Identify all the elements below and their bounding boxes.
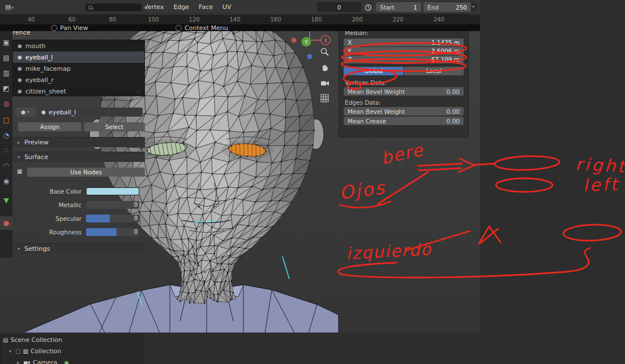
material-sphere-icon: ● [18,54,22,60]
specular-value: 0 [134,215,138,221]
material-sphere-icon: ● [21,109,25,115]
median-y-field[interactable]: Y -3.6006 m [344,47,464,55]
outliner-row-collection[interactable]: ▾ □ ▧ Collection [1,345,145,357]
gizmo-negative-x[interactable] [292,38,297,43]
ruler-tick: 160 [267,16,284,23]
current-frame-field[interactable]: 0 [317,2,361,12]
mean-bevel-weight-edges-field[interactable]: Mean Bevel Weight 0.00 [344,107,464,115]
auto-keyframe-clock-icon[interactable] [365,4,372,11]
start-frame-field[interactable]: Start 1 [376,2,421,12]
slot-row-eyeball-r[interactable]: ● eyeball_r [13,74,144,85]
camera-icon [23,359,31,364]
pan-hand-icon[interactable] [320,63,330,73]
physics-tab-icon[interactable]: ◠ [0,159,12,173]
start-label: Start [380,4,395,11]
circle-eyeball-l [495,155,560,171]
roughness-slider[interactable]: 0 [86,228,139,236]
y-label: Y [348,48,351,54]
material-tab-icon[interactable]: ● [0,216,12,230]
object-data-tab-icon[interactable]: ▼ [0,194,12,207]
collection-label: Collection [31,348,61,355]
global-button[interactable]: Global [344,67,404,75]
slot-row-mike-facemap[interactable]: ● mike_facemap [13,63,144,74]
particles-tab-icon[interactable]: ∴ [0,144,12,157]
expander-icon[interactable]: ▸ [15,360,21,364]
properties-search-input[interactable] [85,3,143,12]
outliner: ▤ Scene Collection ▾ □ ▧ Collection ▸ Ca… [0,334,145,364]
blender-window: aphic reference ers Z Y X [0,0,625,364]
assign-button[interactable]: Assign [18,122,82,131]
ruler-tick: 60 [63,16,80,23]
circle-eyeball-r [496,178,553,192]
end-frame-field[interactable]: End 250 [423,2,471,12]
edges-data-label: Edges Data: [345,99,463,106]
start-value: 1 [413,4,417,11]
metallic-value: 0 [134,202,138,208]
scene-tab-icon[interactable]: ◩ [0,82,12,95]
material-sphere-icon: ● [18,66,22,71]
material-name-field[interactable]: ● eyeball_l [38,108,143,117]
surface-panel-header[interactable]: ▾ Surface [12,152,145,162]
camera-data-icon[interactable]: ◉ [64,359,69,364]
preview-panel-header[interactable]: ▸ Preview [12,137,145,147]
select-button[interactable]: Select [84,122,145,131]
z-value: 67.109 m [431,56,460,63]
collection-icon: ▧ [23,348,28,354]
gizmo-negative-z[interactable] [307,54,312,59]
outliner-row-scene-collection[interactable]: ▤ Scene Collection [1,334,145,345]
settings-panel-header[interactable]: ▾ Settings [12,243,145,254]
properties-tab-strip: ◪ ▣ ▤ ▥ ◩ ◍ □ ◔ ∴ ◠ ◉ ▼ ● [0,15,12,258]
view-layer-tab-icon[interactable]: ▥ [0,66,12,80]
circle-select-button [563,224,622,242]
modifiers-tab-icon[interactable]: ◔ [0,129,12,142]
expander-icon[interactable]: ▾ [7,349,13,354]
object-tab-icon[interactable]: □ [0,113,12,127]
slot-row-mouth[interactable]: ● mouth [13,40,144,52]
scene-icon: ▤ [3,337,8,343]
mean-bevel-label: Mean Bevel Weight [348,88,405,95]
list-grip[interactable]: ∷ [137,88,142,96]
nodes-icon: ▦ [17,168,22,174]
slot-row-eyeball-l[interactable]: ● eyeball_l [13,52,144,63]
menu-face[interactable]: Face [194,0,217,14]
zoom-icon[interactable] [320,47,330,57]
slot-label: eyeball_l [25,54,53,61]
constraints-tab-icon[interactable]: ◉ [0,174,12,188]
material-browse-button[interactable]: ● ▾ [15,108,36,117]
screencast-item: Context Menu [175,24,228,32]
local-button[interactable]: Local [404,67,464,75]
specular-slider[interactable]: 0 [86,215,139,222]
median-z-field[interactable]: Z 67.109 m [344,55,464,63]
base-color-swatch[interactable] [86,187,139,195]
menu-uv[interactable]: UV [218,0,236,14]
material-sphere-icon: ● [41,109,46,115]
mean-bevel-weight-field[interactable]: Mean Bevel Weight 0.00 [344,87,464,96]
timeline-ruler[interactable]: 40 60 80 100 120 140 160 180 200 220 240 [0,15,480,24]
material-sphere-icon: ● [18,43,22,49]
shading-dropdown-icon[interactable]: ▾ [472,5,475,9]
world-tab-icon[interactable]: ◍ [0,97,12,110]
mean-crease-field[interactable]: Mean Crease 0.00 [344,117,464,125]
gizmo-x-label: X [324,38,327,44]
output-tab-icon[interactable]: ▤ [0,51,12,65]
metallic-slider[interactable]: 0 [86,201,139,209]
grid-ortho-icon[interactable] [320,93,330,104]
median-x-field[interactable]: X 1.1425 m [344,38,464,46]
collection-checkbox-icon[interactable]: □ [15,348,20,354]
render-tab-icon[interactable]: ▣ [0,36,12,49]
material-sphere-icon: ● [18,88,22,94]
material-sphere-icon: ● [18,77,22,83]
use-nodes-button[interactable]: Use Nodes [27,168,145,177]
search-icon [88,6,92,10]
handwriting-right: right [575,154,625,177]
menu-edge[interactable]: Edge [169,0,194,14]
properties-editor-type-button[interactable]: ▤▾ [3,3,16,11]
end-value: 250 [456,4,467,11]
outliner-row-camera[interactable]: ▸ Camera ◉ [1,357,145,364]
handwriting-left: left [583,174,620,195]
caret-mark [479,226,500,243]
ruler-tick: 40 [23,16,40,23]
specular-label: Specular [12,215,86,222]
camera-view-icon[interactable] [320,78,330,88]
slot-row-citizen-sheet[interactable]: ● citizen_sheet [13,85,144,97]
